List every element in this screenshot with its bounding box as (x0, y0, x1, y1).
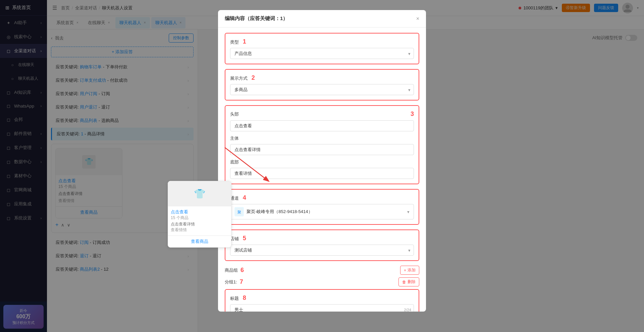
channel-label: 通道 4 (230, 194, 414, 201)
form-section-display: 展示方式 2 多商品 (225, 69, 419, 101)
add-group-label: 添加 (408, 267, 416, 273)
store-select-wrapper: 测试店铺 (230, 245, 414, 256)
channel-selector[interactable]: 聚 聚页-岐峰专用（852-9418-5414） ▾ (230, 204, 414, 219)
modal-overlay: 👕 点击查看 15 个商品 点击查看详情 查看情情 查看商品 编辑内容（应答关键… (0, 0, 644, 332)
type-label: 类型 1 (230, 38, 414, 45)
channel-brand-icon: 聚 (234, 207, 244, 216)
modal: 编辑内容（应答关键词：1） × 类型 1 产品信息 展示方式 (218, 10, 426, 312)
plus-icon: + (404, 268, 406, 273)
add-group-button[interactable]: + 添加 (400, 266, 419, 275)
modal-header: 编辑内容（应答关键词：1） × (218, 10, 426, 27)
subgroup-label: 分组1: 7 (225, 278, 243, 285)
channel-arrow: ▾ (407, 209, 410, 214)
svg-text:聚: 聚 (237, 210, 241, 214)
subgroup-section: 分组1: 7 🗑 删除 标题 8 2/2 (225, 277, 419, 312)
title-counter: 2/24 (404, 308, 411, 312)
form-section-type: 类型 1 产品信息 (225, 33, 419, 64)
footer-input[interactable] (230, 168, 414, 179)
channel-row: 聚 聚页-岐峰专用（852-9418-5414） (234, 207, 313, 216)
head-input[interactable] (230, 120, 414, 131)
type-select[interactable]: 产品信息 (230, 48, 414, 59)
delete-group-button[interactable]: 🗑 删除 (398, 277, 419, 286)
subgroup-header: 分组1: 7 🗑 删除 (225, 277, 419, 286)
modal-close-button[interactable]: × (416, 16, 419, 22)
title-section: 标题 8 2/24 (225, 289, 419, 312)
goods-group-header: 商品组 6 + 添加 (225, 266, 419, 275)
channel-name: 聚页-岐峰专用（852-9418-5414） (247, 209, 313, 215)
modal-title: 编辑内容（应答关键词：1） (225, 15, 288, 22)
form-section-store: 店铺 5 测试店铺 (225, 229, 419, 261)
head-label: 头部 (230, 111, 239, 117)
title-input[interactable] (230, 304, 414, 312)
store-label: 店铺 5 (230, 235, 414, 242)
type-select-wrapper: 产品信息 (230, 48, 414, 59)
display-select[interactable]: 多商品 (230, 84, 414, 95)
modal-body: 类型 1 产品信息 展示方式 2 多商品 (218, 27, 426, 312)
delete-label: 删除 (408, 279, 416, 285)
form-section-channel: 通道 4 聚 聚页-岐峰专用（852-9418-5414） ▾ (225, 189, 419, 225)
body-input[interactable] (230, 144, 414, 155)
title-field-label: 标题 8 (230, 294, 414, 302)
store-select[interactable]: 测试店铺 (230, 245, 414, 256)
footer-label: 底部 (230, 159, 414, 165)
display-select-wrapper: 多商品 (230, 84, 414, 95)
goods-group-label: 商品组 6 (225, 267, 244, 274)
display-label: 展示方式 2 (230, 74, 414, 81)
form-section-content: 头部 3 主体 底部 (225, 105, 419, 184)
title-input-wrapper: 2/24 (230, 304, 414, 312)
delete-icon: 🗑 (402, 280, 406, 284)
body-label: 主体 (230, 135, 414, 141)
